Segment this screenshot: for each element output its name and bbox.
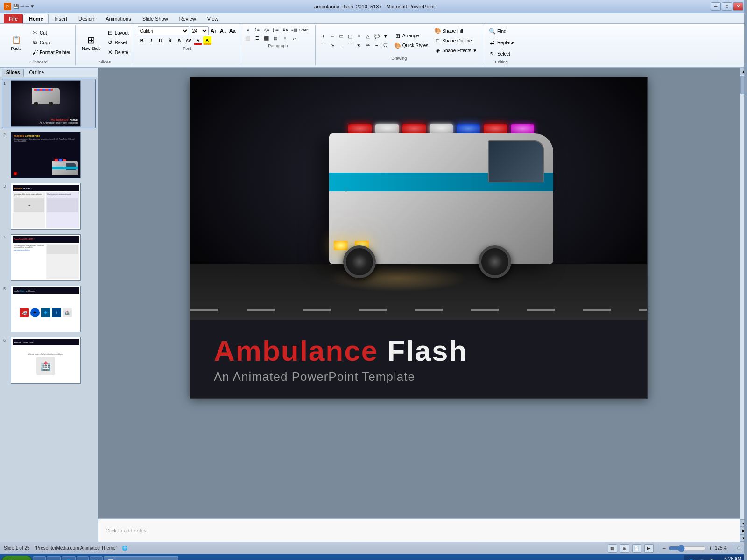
status-divider	[658, 545, 658, 552]
strikethrough-button[interactable]: S̶	[166, 36, 174, 45]
tab-home[interactable]: Home	[24, 14, 49, 23]
tab-view[interactable]: View	[202, 14, 224, 23]
connector-shape[interactable]: ⌐	[337, 41, 345, 49]
decrease-indent-button[interactable]: ◁≡	[262, 26, 271, 34]
flowchart-shape[interactable]: ⬡	[381, 41, 390, 49]
fit-window-button[interactable]: ⊡	[734, 545, 743, 552]
freeform-shape[interactable]: ⌒	[319, 41, 328, 49]
shape-outline-button[interactable]: □ Shape Outline	[432, 36, 479, 45]
underline-button[interactable]: U	[156, 36, 165, 45]
oval-shape[interactable]: ○	[355, 32, 363, 41]
round-rect-shape[interactable]: ▢	[346, 32, 354, 41]
italic-button[interactable]: I	[147, 36, 155, 45]
align-left-button[interactable]: ⬜	[244, 35, 252, 42]
tab-slideshow[interactable]: Slide Show	[137, 14, 173, 23]
ribbon-tabs: File Home Insert Design Animations Slide…	[0, 13, 747, 23]
delete-button[interactable]: ✕ Delete	[105, 48, 131, 57]
canvas-container[interactable]: ✚	[98, 68, 740, 518]
paste-button[interactable]: 📋 Paste	[5, 33, 28, 52]
justify-button[interactable]: ▤	[272, 35, 280, 42]
arrange-button[interactable]: ⊞ Arrange	[392, 31, 430, 41]
font-color-button[interactable]: A	[194, 36, 202, 45]
tab-slides[interactable]: Slides	[2, 69, 24, 77]
callout-shape[interactable]: 💬	[373, 32, 381, 41]
smartart-button[interactable]: SmArt	[300, 26, 308, 34]
align-text-button[interactable]: ≡▤	[290, 26, 299, 34]
curve-shape[interactable]: ∿	[328, 41, 337, 49]
zoom-slider[interactable]	[669, 545, 706, 552]
equation-shape[interactable]: =	[373, 41, 381, 49]
char-spacing-button[interactable]: AV	[184, 36, 193, 45]
bold-button[interactable]: B	[138, 36, 146, 45]
maximize-button[interactable]: □	[722, 2, 732, 11]
tab-file[interactable]: File	[4, 14, 23, 23]
replace-button[interactable]: ⇄ Replace	[486, 37, 517, 48]
view-normal-button[interactable]: ▦	[608, 544, 617, 553]
tab-review[interactable]: Review	[174, 14, 201, 23]
slide-item-5[interactable]: 5 Useful Clipart and Images 🚑 ✚ ✚ ⚕ 🏥	[2, 284, 96, 334]
slide-item-3[interactable]: 3 Animated or Static? Lorem ipsum dolor …	[2, 182, 96, 231]
new-slide-button[interactable]: ⊞ New Slide	[79, 33, 103, 52]
arrow-shape[interactable]: →	[328, 32, 337, 41]
line-spacing-button[interactable]: ↕≡	[290, 35, 299, 42]
start-button[interactable]: ⊞ Start	[2, 556, 32, 560]
taskbar-chrome[interactable]: 🌐	[62, 556, 76, 560]
taskbar-security[interactable]: 🛡	[90, 556, 103, 560]
tab-outline[interactable]: Outline	[25, 69, 48, 77]
find-button[interactable]: 🔍 Find	[486, 26, 517, 36]
increase-indent-button[interactable]: ▷≡	[272, 26, 280, 34]
increase-font-button[interactable]: A↑	[210, 27, 218, 35]
slide-item-2[interactable]: 2 Animated Content Page This page contai…	[2, 130, 96, 180]
cut-button[interactable]: ✂ Cut	[29, 28, 72, 37]
more-shapes[interactable]: ▼	[381, 32, 390, 41]
close-button[interactable]: ✕	[733, 2, 743, 11]
taskbar-explorer[interactable]: 📁	[47, 556, 61, 560]
bend-connector[interactable]: ⌒	[346, 41, 354, 49]
tab-insert[interactable]: Insert	[49, 14, 73, 23]
zoom-minus-button[interactable]: −	[662, 545, 666, 552]
font-size-select[interactable]: 24	[190, 26, 209, 35]
layout-button[interactable]: ⊟ Layout	[105, 28, 131, 37]
font-name-select[interactable]: Calibri	[138, 26, 189, 35]
shape-fill-button[interactable]: 🎨 Shape Fill	[432, 26, 479, 35]
highlight-button[interactable]: A	[203, 36, 211, 45]
shadow-button[interactable]: S	[175, 36, 183, 45]
tab-animations[interactable]: Animations	[100, 14, 136, 23]
triangle-shape[interactable]: △	[364, 32, 372, 41]
copy-button[interactable]: ⧉ Copy	[29, 38, 72, 47]
clear-format-button[interactable]: Aa	[228, 27, 237, 35]
rect-shape[interactable]: ▭	[337, 32, 345, 41]
align-right-button[interactable]: ⬛	[262, 35, 271, 42]
notes-area[interactable]: Click to add notes	[98, 518, 740, 542]
taskbar-mediaplayer[interactable]: ▶	[77, 556, 89, 560]
star-shape[interactable]: ★	[355, 41, 363, 49]
taskbar-powerpoint[interactable]: 📊 ambulance_flash_2010_5137...	[104, 556, 178, 560]
thumb2-content: Animated Content Page This page contains…	[11, 132, 80, 178]
slide-item-1[interactable]: 1 Ambulance Flash An Animated PowerPoint…	[2, 79, 96, 128]
quick-styles-button[interactable]: 🎨 Quick Styles	[392, 41, 430, 50]
zoom-plus-button[interactable]: +	[709, 545, 712, 552]
format-painter-button[interactable]: 🖌 Format Painter	[29, 48, 72, 57]
replace-icon: ⇄	[488, 39, 496, 46]
decrease-font-button[interactable]: A↓	[219, 27, 227, 35]
block-arrow[interactable]: ⇒	[364, 41, 372, 49]
shape-effects-button[interactable]: ◈ Shape Effects ▼	[432, 46, 479, 55]
qat-save[interactable]: 💾 ↩ ↪ ▼	[13, 4, 35, 9]
slide-item-6[interactable]: 6 Alternate Content Page Alternate image…	[2, 336, 96, 385]
view-sorter-button[interactable]: ⊞	[620, 544, 629, 553]
select-button[interactable]: ↖ Select	[486, 49, 517, 59]
align-center-button[interactable]: ☰	[253, 35, 261, 42]
view-slideshow-button[interactable]: ▶	[644, 544, 654, 553]
bullets-button[interactable]: ≡	[244, 26, 252, 34]
thumb2-text: This page contains a description and is …	[14, 138, 78, 143]
text-direction-button[interactable]: ⇕A	[281, 26, 289, 34]
line-shape[interactable]: /	[319, 32, 328, 41]
slide-item-4[interactable]: 4 PowerPoint 2010 & 2007 ® This page con…	[2, 233, 96, 282]
reset-button[interactable]: ↺ Reset	[105, 38, 131, 47]
col-button[interactable]: ⫴	[281, 35, 289, 42]
tab-design[interactable]: Design	[73, 14, 99, 23]
taskbar-show-desktop[interactable]: 🖥	[33, 556, 46, 560]
minimize-button[interactable]: ─	[711, 2, 721, 11]
numbering-button[interactable]: 1≡	[253, 26, 261, 34]
view-reading-button[interactable]: 📄	[632, 544, 641, 553]
